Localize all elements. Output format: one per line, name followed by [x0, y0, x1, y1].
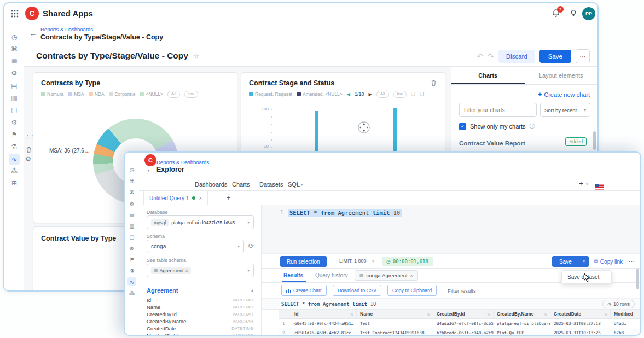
save-button[interactable]: Save — [552, 256, 579, 267]
sidebar-item-clock[interactable]: ◷ — [9, 32, 20, 43]
sidebar-item-ledger[interactable]: ▤ — [9, 80, 20, 91]
limit-dropdown[interactable]: LIMIT: 1 000 — [339, 258, 367, 264]
legend-page-prev-icon[interactable]: ◀ — [347, 92, 350, 97]
legend-item[interactable]: Corporate — [109, 91, 136, 97]
filter-charts-input[interactable] — [459, 103, 537, 117]
expand-icon[interactable]: ❏ — [411, 91, 415, 97]
sidebar-item-mail[interactable]: ✉ — [127, 188, 136, 196]
undo-icon[interactable]: ↶ — [477, 52, 483, 61]
legend-item[interactable]: MSA — [68, 91, 84, 97]
sidebar-item-ledger[interactable]: ▤ — [127, 210, 136, 219]
sidebar-item-cards[interactable]: ▥ — [9, 92, 20, 103]
column-sort-icon[interactable]: ⇅ — [427, 310, 430, 319]
column-header[interactable]: Modified — [611, 310, 640, 319]
collapse-icon[interactable]: ▴ — [251, 288, 253, 293]
close-tab-icon[interactable]: × — [199, 195, 202, 201]
tab-layout-elements[interactable]: Layout elements — [525, 67, 598, 84]
delete-trash-icon[interactable] — [25, 145, 32, 155]
remove-tag-icon[interactable]: × — [185, 268, 188, 273]
save-options-chevron[interactable]: ▾ — [579, 256, 589, 267]
legend-item[interactable]: <NULL> — [140, 91, 163, 97]
sidebar-item-flag[interactable]: ⚑ — [127, 255, 136, 264]
maximize-icon[interactable]: ❐ — [420, 91, 424, 97]
discard-button[interactable]: Discard — [498, 50, 535, 63]
sidebar-item-flag[interactable]: ⚑ — [9, 129, 20, 140]
legend-item[interactable]: Nomura — [41, 91, 63, 97]
sort-dropdown[interactable]: Sort by recent ▾ — [540, 103, 590, 117]
dataset-tab[interactable]: ▦ conga.Agreement × — [355, 270, 418, 281]
query-tab-active[interactable]: Untitled Query 1 × — [143, 191, 208, 205]
nav-sql[interactable]: SQL — [288, 181, 300, 188]
panel-scrollbar[interactable] — [593, 131, 596, 150]
settings-gear-icon[interactable]: ⚙ — [25, 156, 31, 162]
help-lightbulb-icon[interactable] — [569, 9, 578, 20]
delete-chart-trash-icon[interactable] — [430, 79, 437, 89]
sidebar-item-flask[interactable]: ⚗ — [9, 141, 20, 152]
breadcrumb[interactable]: Reports & Dashboards — [40, 26, 93, 32]
copy-link-button[interactable]: ⧉ Copy link — [594, 258, 623, 265]
legend-item[interactable]: NDA — [89, 91, 105, 97]
more-options-icon[interactable]: ⋯ — [628, 258, 635, 265]
sidebar-item-command[interactable]: ⌘ — [127, 177, 136, 185]
column-sort-icon[interactable]: ⇅ — [350, 310, 353, 319]
sidebar-item-charts[interactable]: ∿ — [127, 277, 136, 286]
save-button[interactable]: Save — [539, 50, 571, 63]
column-sort-icon[interactable]: ⇅ — [487, 310, 490, 319]
legend-item[interactable]: Request, Request — [249, 91, 292, 97]
database-select[interactable]: mysql platqa-euf-ui-d0437b75-b845-… ▾ — [147, 215, 254, 229]
avatar[interactable]: PP — [582, 7, 595, 20]
add-new-icon[interactable]: + — [579, 179, 583, 188]
sidebar-item-briefcase[interactable]: ▢ — [127, 232, 136, 241]
sidebar-item-charts[interactable]: ∿ — [9, 154, 20, 165]
nav-dashboards[interactable]: Dashboards — [195, 181, 227, 188]
sidebar-item-briefcase[interactable]: ▢ — [9, 104, 20, 115]
info-icon[interactable]: ⓘ — [529, 123, 535, 130]
sidebar-item-share[interactable]: ⁂ — [127, 289, 136, 298]
back-arrow-icon[interactable]: ← — [30, 30, 37, 38]
checkbox-checked[interactable]: ✓ — [459, 123, 466, 130]
column-sort-icon[interactable]: ⇅ — [604, 310, 607, 319]
table-row[interactable]: 2 c6561d76-460f-4eb2-81cc… Test_Contract… — [279, 328, 640, 336]
download-csv-button[interactable]: Download to CSV — [333, 285, 381, 296]
sidebar-item-command[interactable]: ⌘ — [9, 44, 20, 55]
legend-all-button[interactable]: All — [376, 91, 389, 98]
results-scrollbar[interactable] — [636, 269, 639, 289]
table-select[interactable]: ▦ Agreement × ▾ — [147, 264, 254, 277]
close-tab-icon[interactable]: × — [410, 273, 413, 278]
breadcrumb[interactable]: Reports & Dashboards — [156, 159, 209, 165]
sidebar-item-gear[interactable]: ⚙ — [127, 199, 136, 208]
column-header[interactable]: Name⇅ — [357, 310, 433, 319]
create-new-chart-link[interactable]: + Create new chart — [538, 91, 590, 98]
sidebar-item-flask[interactable]: ⚗ — [127, 266, 136, 275]
run-selection-button[interactable]: Run selection — [280, 256, 327, 267]
legend-all-button[interactable]: All — [167, 91, 180, 98]
column-header[interactable]: CreatedBy.Name⇅ — [494, 310, 550, 319]
table-row[interactable]: 1 60e45fa0-90fc-4424-a951… Test d4ada367… — [279, 319, 640, 328]
sidebar-item-settings[interactable]: ⚙ — [9, 117, 20, 128]
sidebar-item-mail[interactable]: ✉ — [9, 56, 20, 67]
save-split-button[interactable]: Save ▾ — [552, 256, 589, 267]
sidebar-item-apps[interactable]: ⊞ — [9, 178, 20, 189]
table-tag[interactable]: ▦ Agreement × — [151, 267, 191, 274]
sidebar-item-gear[interactable]: ⚙ — [9, 68, 20, 79]
tab-query-history[interactable]: Query history — [315, 272, 347, 278]
create-chart-button[interactable]: Create Chart — [281, 285, 327, 296]
column-header[interactable]: Id⇅ — [291, 310, 357, 319]
legend-item[interactable]: Amended, <NULL> — [297, 91, 343, 97]
legend-inv-button[interactable]: Inv — [393, 91, 407, 98]
copy-to-clipboard-button[interactable]: Copy to Clipboard — [387, 285, 437, 296]
sidebar-item-cards[interactable]: ▥ — [127, 222, 136, 230]
sidebar-item-share[interactable]: ⁂ — [9, 166, 20, 177]
favorite-star-icon[interactable]: ☆ — [193, 52, 200, 60]
more-options-button[interactable]: ⋯ — [576, 49, 590, 63]
new-query-tab-icon[interactable]: + — [227, 194, 230, 202]
nav-charts[interactable]: Charts — [232, 181, 250, 188]
column-header[interactable]: CreatedDate⇅ — [550, 310, 611, 319]
refresh-icon[interactable]: ⟳ — [248, 242, 254, 250]
column-header[interactable]: CreatedBy.Id⇅ — [433, 310, 494, 319]
column-sort-icon[interactable]: ⇅ — [544, 310, 547, 319]
tab-results[interactable]: Results — [283, 272, 303, 278]
app-launcher-icon[interactable] — [11, 10, 19, 20]
nav-datasets[interactable]: Datasets — [259, 181, 283, 188]
back-arrow-icon[interactable]: ← — [147, 166, 153, 173]
